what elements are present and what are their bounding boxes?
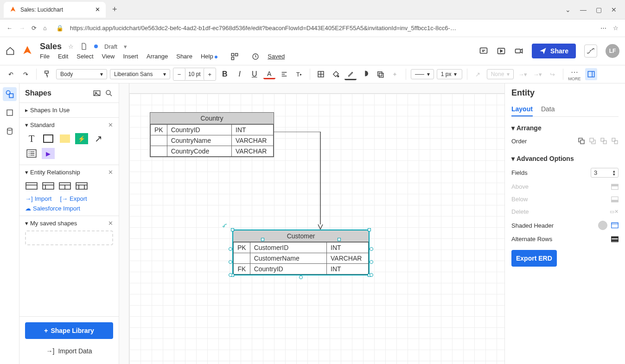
underline-icon[interactable]: U bbox=[249, 68, 261, 80]
status-draft[interactable]: Draft bbox=[104, 43, 117, 50]
menu-file[interactable]: File bbox=[40, 53, 50, 60]
magic-icon[interactable]: ✦ bbox=[389, 68, 401, 80]
avatar[interactable]: LF bbox=[606, 44, 619, 58]
tab-data[interactable]: Data bbox=[541, 102, 555, 116]
bring-front-icon[interactable] bbox=[600, 137, 607, 145]
rail-database-icon[interactable] bbox=[3, 124, 17, 138]
shape-play[interactable]: ▶ bbox=[42, 148, 55, 159]
menu-arrange[interactable]: Arrange bbox=[147, 53, 168, 60]
star-doc-icon[interactable]: ☆ bbox=[68, 43, 74, 50]
connection-handle[interactable] bbox=[370, 247, 373, 251]
font-size-value[interactable]: 10 pt bbox=[185, 71, 204, 77]
close-tab-icon[interactable]: ✕ bbox=[95, 6, 100, 13]
extensions-icon[interactable] bbox=[230, 52, 239, 61]
close-section-icon[interactable]: ✕ bbox=[108, 121, 113, 128]
rail-shapes-icon[interactable] bbox=[3, 87, 17, 101]
search-icon[interactable] bbox=[105, 89, 113, 97]
undo-icon[interactable]: ↶ bbox=[5, 68, 17, 80]
back-icon[interactable]: ← bbox=[6, 25, 13, 32]
effects-icon[interactable] bbox=[374, 68, 386, 80]
import-link[interactable]: →] Import bbox=[25, 195, 51, 202]
header-style-icon[interactable] bbox=[611, 222, 619, 229]
comment-icon[interactable] bbox=[479, 46, 488, 56]
alt-rows-icon[interactable] bbox=[611, 236, 619, 243]
redo-icon[interactable]: ↷ bbox=[19, 68, 32, 80]
shape-library-button[interactable]: + Shape Library bbox=[25, 322, 113, 339]
line-none-select[interactable]: None▾ bbox=[487, 69, 514, 79]
canvas[interactable]: Country PKCountryIDINT CountryNameVARCHA… bbox=[119, 83, 504, 364]
right-panel-toggle-icon[interactable] bbox=[585, 68, 597, 80]
connection-handle[interactable] bbox=[299, 275, 303, 279]
resize-handle[interactable] bbox=[368, 228, 371, 231]
video-icon[interactable] bbox=[514, 46, 523, 56]
entity-customer[interactable]: Customer PKCustomerIDINT CustomerNameVAR… bbox=[232, 230, 370, 275]
format-painter-icon[interactable] bbox=[41, 68, 53, 80]
section-er[interactable]: ▾ Entity Relationship✕ bbox=[25, 169, 113, 176]
rotate-icon[interactable] bbox=[222, 223, 231, 232]
more-button[interactable]: ⋯MORE bbox=[568, 68, 580, 81]
saved-label[interactable]: Saved bbox=[268, 53, 285, 60]
italic-icon[interactable]: I bbox=[234, 68, 246, 80]
shape-note[interactable] bbox=[58, 133, 71, 144]
connection-handle[interactable] bbox=[229, 260, 232, 264]
section-standard[interactable]: ▾ Standard✕ bbox=[25, 121, 113, 128]
font-size-decrease[interactable]: − bbox=[173, 68, 185, 80]
arrow-end-icon[interactable]: →▾ bbox=[531, 68, 543, 80]
salesforce-link[interactable]: ☁ Salesforce Import bbox=[25, 205, 80, 212]
section-shapes-in-use[interactable]: ▸ Shapes In Use bbox=[25, 107, 113, 114]
home-browser-icon[interactable]: ⌂ bbox=[43, 25, 47, 32]
connection-handle[interactable] bbox=[229, 273, 232, 277]
lucid-app-icon[interactable] bbox=[21, 45, 33, 57]
align-icon[interactable] bbox=[278, 68, 290, 80]
menu-share[interactable]: Share bbox=[176, 53, 192, 60]
connection-handle[interactable] bbox=[370, 273, 373, 277]
shape-rect[interactable] bbox=[42, 133, 55, 144]
advanced-header[interactable]: ▾ Advanced Options bbox=[511, 155, 619, 162]
line-width-select[interactable]: 1 px▾ bbox=[437, 69, 462, 79]
connection-handle[interactable] bbox=[370, 260, 373, 264]
draft-dropdown-icon[interactable]: ▾ bbox=[124, 43, 127, 50]
reload-icon[interactable]: ⟳ bbox=[32, 25, 37, 32]
resize-handle[interactable] bbox=[231, 228, 234, 231]
shape-arrow[interactable]: ↗ bbox=[92, 133, 105, 144]
er-shape-2[interactable] bbox=[42, 180, 55, 192]
history-icon[interactable] bbox=[252, 53, 259, 60]
new-tab-button[interactable]: + bbox=[112, 5, 117, 14]
home-icon[interactable] bbox=[6, 46, 15, 56]
rotate-handle[interactable] bbox=[261, 238, 264, 241]
translate-icon[interactable]: ⋯ bbox=[600, 25, 606, 32]
menu-insert[interactable]: Insert bbox=[123, 53, 138, 60]
shape-list[interactable] bbox=[25, 148, 38, 159]
tab-layout[interactable]: Layout bbox=[511, 102, 533, 116]
arrow-start-icon[interactable]: →▾ bbox=[517, 68, 529, 80]
export-erd-button[interactable]: Export ERD bbox=[511, 250, 557, 267]
present-icon[interactable] bbox=[497, 46, 506, 56]
close-window-icon[interactable]: ✕ bbox=[611, 6, 617, 13]
import-data-button[interactable]: →] Import Data bbox=[25, 344, 113, 358]
close-section-icon[interactable]: ✕ bbox=[108, 220, 113, 227]
line-start-icon[interactable]: ↗ bbox=[472, 68, 484, 80]
header-color-swatch[interactable] bbox=[598, 221, 607, 230]
image-icon[interactable] bbox=[93, 89, 101, 97]
fill-bucket-icon[interactable] bbox=[330, 68, 342, 80]
menu-select[interactable]: Select bbox=[77, 53, 93, 60]
arrange-header[interactable]: ▾ Arrange bbox=[511, 124, 619, 132]
line-style-select[interactable]: ▾ bbox=[411, 69, 434, 79]
er-shape-3[interactable] bbox=[58, 180, 71, 192]
menu-view[interactable]: View bbox=[102, 53, 115, 60]
connection-handle[interactable] bbox=[229, 247, 232, 251]
bring-forward-icon[interactable] bbox=[578, 137, 585, 145]
er-shape-4[interactable] bbox=[75, 180, 88, 192]
line-end-icon[interactable]: ↪ bbox=[546, 68, 558, 80]
maximize-icon[interactable]: ▢ bbox=[596, 6, 602, 13]
style-select[interactable]: Body▾ bbox=[56, 69, 107, 79]
shape-fill-icon[interactable] bbox=[315, 68, 327, 80]
share-button[interactable]: Share bbox=[532, 44, 576, 58]
rail-frame-icon[interactable] bbox=[3, 106, 17, 120]
shape-bolt[interactable]: ⚡ bbox=[75, 133, 88, 144]
saved-shapes-placeholder[interactable] bbox=[25, 230, 113, 245]
fields-stepper[interactable]: 3▴▾ bbox=[591, 168, 619, 178]
border-color-icon[interactable] bbox=[344, 68, 357, 80]
font-size-increase[interactable]: + bbox=[204, 68, 216, 80]
send-backward-icon[interactable] bbox=[589, 137, 596, 145]
